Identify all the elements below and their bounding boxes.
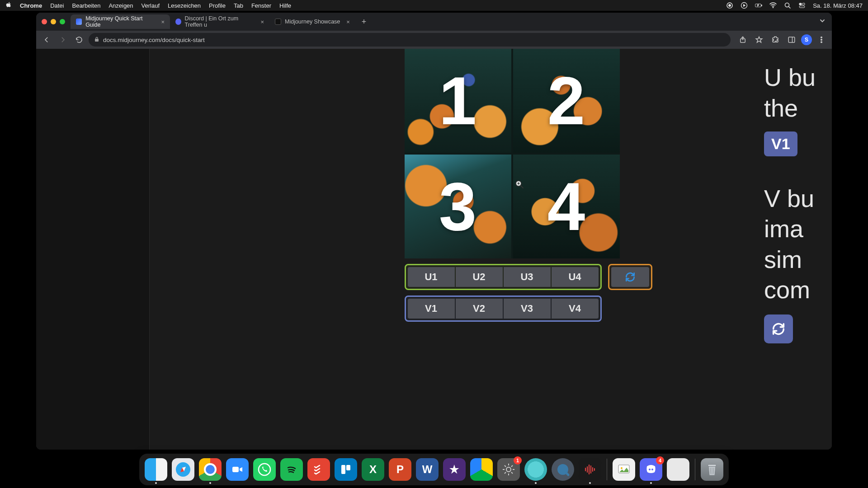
macos-menubar: Chrome Datei Bearbeiten Anzeigen Verlauf… xyxy=(0,0,868,11)
dock-whatsapp[interactable] xyxy=(253,458,276,481)
bookmark-button[interactable] xyxy=(752,33,766,47)
dock-trello[interactable] xyxy=(335,458,357,481)
search-icon[interactable] xyxy=(784,2,791,9)
dock-powerpoint[interactable]: P xyxy=(389,458,411,481)
forward-button[interactable] xyxy=(56,33,70,47)
dock-google-drive[interactable] xyxy=(470,458,493,481)
favicon-midjourney-icon xyxy=(76,19,82,25)
tab-title: Midjourney Showcase xyxy=(285,19,340,25)
dock-trash[interactable] xyxy=(701,458,723,481)
wifi-icon[interactable] xyxy=(769,2,777,9)
control-center-icon[interactable] xyxy=(798,2,806,9)
settings-badge: 1 xyxy=(514,456,522,465)
zoom-cursor-icon xyxy=(515,180,524,191)
window-maximize-button[interactable] xyxy=(60,19,65,24)
dock-preview[interactable] xyxy=(613,458,635,481)
avatar-initial: S xyxy=(805,37,808,43)
macos-dock: X P W ★ 1 4 xyxy=(139,454,729,485)
menu-anzeigen[interactable]: Anzeigen xyxy=(108,2,133,9)
dock-recent-app[interactable] xyxy=(667,458,689,481)
profile-avatar[interactable]: S xyxy=(801,34,812,45)
svg-rect-23 xyxy=(232,467,239,472)
battery-icon[interactable] xyxy=(755,2,762,9)
new-tab-button[interactable]: + xyxy=(358,16,370,28)
tab-discord[interactable]: Discord | Ein Ort zum Treffen u × xyxy=(170,14,269,29)
u3-button[interactable]: U3 xyxy=(504,267,551,287)
tab-close-icon[interactable]: × xyxy=(346,19,350,25)
svg-rect-9 xyxy=(802,3,805,5)
share-button[interactable] xyxy=(736,33,750,47)
extensions-button[interactable] xyxy=(769,33,782,47)
menu-tab[interactable]: Tab xyxy=(234,2,243,9)
menu-verlauf[interactable]: Verlauf xyxy=(142,2,160,9)
menubar-clock[interactable]: Sa. 18. März 08:47 xyxy=(813,2,863,9)
menu-lesezeichen[interactable]: Lesezeichen xyxy=(168,2,201,9)
v1-button[interactable]: V1 xyxy=(408,299,455,319)
side-text-line: U bu xyxy=(764,62,832,93)
side-text-line: sim xyxy=(764,244,832,275)
u1-button[interactable]: U1 xyxy=(408,267,455,287)
dock-spotify[interactable] xyxy=(280,458,303,481)
svg-point-24 xyxy=(259,464,270,475)
play-circle-icon[interactable] xyxy=(741,2,748,9)
tab-midjourney-showcase[interactable]: Midjourney Showcase × xyxy=(269,14,355,29)
dock-chrome[interactable] xyxy=(199,458,222,481)
main-column: 1 2 3 4 xyxy=(242,49,764,450)
dock-excel[interactable]: X xyxy=(362,458,384,481)
menu-hilfe[interactable]: Hilfe xyxy=(279,2,291,9)
apple-logo-icon[interactable] xyxy=(5,2,12,9)
dock-voice-memos[interactable] xyxy=(579,458,601,481)
sidebar-gutter xyxy=(149,49,242,450)
back-button[interactable] xyxy=(40,33,53,47)
dock-todoist[interactable] xyxy=(307,458,330,481)
menu-datei[interactable]: Datei xyxy=(50,2,64,9)
checklist-icon xyxy=(312,463,325,476)
menu-fenster[interactable]: Fenster xyxy=(251,2,271,9)
favicon-discord-icon xyxy=(175,19,181,25)
tab-title: Midjourney Quick Start Guide xyxy=(85,15,155,28)
dock-finder[interactable] xyxy=(145,458,167,481)
dock-zoom[interactable] xyxy=(226,458,249,481)
v2-button[interactable]: V2 xyxy=(456,299,503,319)
chrome-menu-button[interactable] xyxy=(815,33,828,47)
svg-point-16 xyxy=(821,39,822,41)
dock-app-teal[interactable] xyxy=(524,458,547,481)
u4-button[interactable]: U4 xyxy=(552,267,599,287)
grid-cell-3: 3 xyxy=(405,155,511,258)
dock-word[interactable]: W xyxy=(416,458,439,481)
menu-profile[interactable]: Profile xyxy=(209,2,226,9)
refresh-icon xyxy=(624,271,636,283)
record-icon[interactable] xyxy=(726,2,733,9)
window-close-button[interactable] xyxy=(42,19,47,24)
dock-imovie[interactable]: ★ xyxy=(443,458,466,481)
tab-close-icon[interactable]: × xyxy=(260,19,264,25)
tab-close-icon[interactable]: × xyxy=(161,19,165,25)
trash-icon xyxy=(705,462,719,477)
svg-point-46 xyxy=(651,469,653,470)
left-gutter xyxy=(36,49,149,450)
browser-toolbar: docs.midjourney.com/docs/quick-start S xyxy=(36,31,832,49)
reload-button[interactable] xyxy=(72,33,86,47)
tab-midjourney-quickstart[interactable]: Midjourney Quick Start Guide × xyxy=(71,14,170,29)
letter-p-icon: P xyxy=(396,463,404,476)
svg-rect-26 xyxy=(346,465,350,470)
menubar-app-name[interactable]: Chrome xyxy=(20,2,42,9)
tab-overflow-icon[interactable] xyxy=(819,18,826,26)
dock-quicktime[interactable] xyxy=(552,458,574,481)
v4-button[interactable]: V4 xyxy=(552,299,599,319)
svg-line-35 xyxy=(511,465,513,467)
dock-system-settings[interactable]: 1 xyxy=(497,458,520,481)
image-grid[interactable]: 1 2 3 4 xyxy=(405,49,620,258)
discord-badge: 4 xyxy=(656,456,664,465)
sidepanel-button[interactable] xyxy=(785,33,798,47)
dock-separator xyxy=(607,459,607,480)
v3-button[interactable]: V3 xyxy=(504,299,551,319)
dock-safari[interactable] xyxy=(172,458,194,481)
u2-button[interactable]: U2 xyxy=(456,267,503,287)
menu-bearbeiten[interactable]: Bearbeiten xyxy=(72,2,100,9)
dock-discord[interactable]: 4 xyxy=(640,458,662,481)
regenerate-button[interactable] xyxy=(611,267,649,287)
window-controls xyxy=(42,19,65,24)
window-minimize-button[interactable] xyxy=(51,19,56,24)
address-bar[interactable]: docs.midjourney.com/docs/quick-start xyxy=(89,33,731,47)
